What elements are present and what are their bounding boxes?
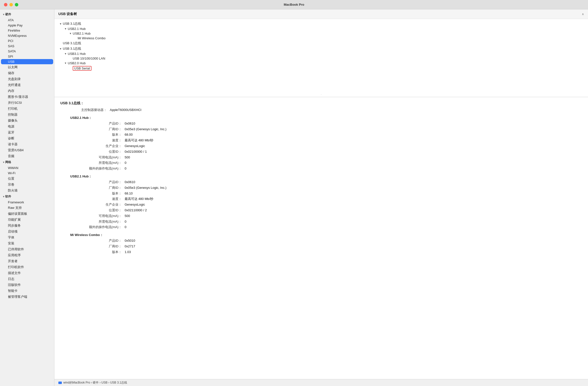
device1-product-id-row: 产品ID： 0x5010: [75, 238, 582, 243]
sidebar-item-parallel-scsi[interactable]: 并行SCSI: [1, 100, 53, 106]
sidebar-item-legacy-sw[interactable]: 旧版软件: [1, 282, 53, 288]
hub1-vendor-id-label: 厂商ID：: [75, 127, 125, 132]
chevron-down-icon: ▾: [3, 161, 4, 164]
tree-node-usb31-bus-1[interactable]: ▼ USB 3.1总线: [54, 21, 588, 26]
sidebar-item-controller[interactable]: 控制器: [1, 112, 53, 118]
hub1-avail-current-label: 可用电流(mA)：: [75, 155, 125, 160]
tree-node-usb20-hub[interactable]: ▼ USB2.0 Hub: [54, 61, 588, 65]
sidebar-item-bluetooth[interactable]: 蓝牙: [1, 129, 53, 135]
sidebar-item-applepay[interactable]: Apple Pay: [1, 23, 53, 28]
sidebar-item-startup[interactable]: 启动项: [1, 229, 53, 235]
sidebar-item-sata[interactable]: SATA: [1, 49, 53, 54]
bottom-pane[interactable]: USB 3.1总线： 主控制器驱动器： AppleT6000USBXHCI US…: [54, 97, 588, 379]
sidebar-section-software[interactable]: ▾ 软件: [0, 193, 54, 200]
hub2-vendor-id-row: 厂商ID： 0x05e3 (Genesys Logic, Inc.): [75, 185, 582, 191]
sidebar-item-thunderbolt[interactable]: 雷雳/USB4: [1, 147, 53, 153]
hub2-req-current-row: 所需电流(mA)： 0: [75, 219, 582, 224]
tree-node-usb21-hub-1[interactable]: ▼ USB2.1 Hub: [54, 26, 588, 31]
hub2-location-id-label: 位置ID：: [75, 208, 125, 213]
sidebar-item-install[interactable]: 安装: [1, 240, 53, 246]
sidebar-section-network[interactable]: ▾ 网络: [0, 159, 54, 165]
sidebar-item-sync[interactable]: 同步服务: [1, 223, 53, 229]
sidebar-item-usb[interactable]: USB: [1, 59, 53, 64]
hub2-product-id-label: 产品ID：: [75, 180, 125, 185]
sidebar-item-firewall[interactable]: 防火墙: [1, 188, 53, 193]
minimize-button[interactable]: [9, 3, 13, 6]
sidebar-item-location[interactable]: 位置: [1, 176, 53, 182]
hub1-speed-label: 速度：: [75, 138, 125, 143]
sidebar-item-optical[interactable]: 光盘刻录: [1, 76, 53, 82]
sidebar-item-volume[interactable]: 宗卷: [1, 182, 53, 188]
sidebar-item-developer[interactable]: 开发者: [1, 258, 53, 264]
hub1-manufacturer-row: 生产企业： GenesysLogic: [75, 144, 582, 149]
hub1-product-id-label: 产品ID：: [75, 121, 125, 126]
sidebar-item-spi[interactable]: SPI: [1, 54, 53, 59]
pane-title: USB 设备树: [58, 12, 77, 16]
controller-label: 主控制器驱动器：: [60, 107, 110, 113]
sidebar-item-memory[interactable]: 内存: [1, 88, 53, 94]
sidebar-item-fiber[interactable]: 光纤通道: [1, 82, 53, 88]
usb-tree[interactable]: ▼ USB 3.1总线 ▼ USB2.1 Hub ▼ USB2.1 Hub Mi…: [54, 19, 588, 92]
tree-node-usb31-bus-2[interactable]: USB 3.1总线: [54, 41, 588, 46]
sidebar-item-raw[interactable]: Raw 支持: [1, 205, 53, 211]
sidebar-item-fonts[interactable]: 字体: [1, 235, 53, 240]
device1-vendor-id-value: 0x2717: [125, 244, 135, 249]
tree-node-usb-serial[interactable]: USB Serial: [54, 65, 588, 71]
tree-node-usb31-hub[interactable]: ▼ USB3.1 Hub: [54, 51, 588, 56]
hub2-version-row: 版本： 68.10: [75, 191, 582, 196]
sidebar-item-power[interactable]: 电源: [1, 124, 53, 129]
hub2-req-current-value: 0: [125, 219, 126, 224]
sidebar-item-profiles[interactable]: 描述文件: [1, 270, 53, 276]
device1-title: Mi Wireless Combo：: [70, 233, 582, 237]
collapse-icon[interactable]: ∧: [582, 12, 584, 16]
hub2-avail-current-value: 500: [125, 214, 130, 219]
sidebar-item-disabled-sw[interactable]: 已停用软件: [1, 246, 53, 252]
tree-node-usb21-hub-2[interactable]: ▼ USB2.1 Hub: [54, 31, 588, 36]
sidebar-item-audio[interactable]: 音频: [1, 153, 53, 159]
maximize-button[interactable]: [15, 3, 18, 6]
sidebar-item-managed[interactable]: 被管理客户端: [1, 294, 53, 300]
sidebar-item-wifi[interactable]: Wi-Fi: [1, 171, 53, 176]
tree-node-usb31-bus-3[interactable]: ▼ USB 3.1总线: [54, 46, 588, 51]
sidebar-item-smartcard[interactable]: 智能卡: [1, 288, 53, 294]
sidebar-item-diagnostics[interactable]: 诊断: [1, 135, 53, 141]
sidebar-item-prefs-panel[interactable]: 偏好设置面板: [1, 211, 53, 217]
sidebar-item-pci[interactable]: PCI: [1, 38, 53, 43]
hub2-vendor-id-value: 0x05e3 (Genesys Logic, Inc.): [125, 185, 166, 191]
hub1-fields: 产品ID： 0x0610 厂商ID： 0x05e3 (Genesys Logic…: [75, 121, 582, 171]
device1-product-id-label: 产品ID：: [75, 238, 125, 243]
sidebar-item-sas[interactable]: SAS: [1, 43, 53, 49]
sidebar-section-hardware[interactable]: ▾ 硬件: [0, 11, 54, 18]
sidebar-item-framework[interactable]: Framework: [1, 200, 53, 205]
sidebar-item-camera[interactable]: 摄像头: [1, 118, 53, 124]
chevron-down-icon: ▼: [64, 62, 68, 64]
sidebar-item-nvmexpress[interactable]: NVMExpress: [1, 33, 53, 38]
tree-node-usb-lan[interactable]: USB 10/100/1000 LAN: [54, 56, 588, 61]
sidebar-item-cardreader[interactable]: 读卡器: [1, 141, 53, 147]
device1-section: Mi Wireless Combo： 产品ID： 0x5010 厂商ID： 0x…: [60, 233, 582, 255]
hub2-avail-current-label: 可用电流(mA)：: [75, 214, 125, 219]
hub1-extra-current-value: 0: [125, 166, 126, 171]
hub2-speed-row: 速度： 最高可达 480 Mb/秒: [75, 196, 582, 202]
sidebar-item-storage[interactable]: 储存: [1, 70, 53, 76]
sidebar-item-ethernet[interactable]: 以太网: [1, 64, 53, 70]
tree-node-mi-wireless[interactable]: Mi Wireless Combo: [54, 36, 588, 41]
sidebar-item-apps[interactable]: 应用程序: [1, 252, 53, 258]
sidebar-item-printer-sw[interactable]: 打印机软件: [1, 264, 53, 270]
hub2-version-label: 版本：: [75, 191, 125, 196]
sidebar-item-extensions[interactable]: 功能扩展: [1, 217, 53, 223]
chevron-down-icon: ▼: [59, 47, 63, 50]
sidebar-item-wwan[interactable]: WWAN: [1, 165, 53, 171]
sidebar-item-printer[interactable]: 打印机: [1, 106, 53, 112]
sidebar-item-firewire[interactable]: FireWire: [1, 28, 53, 33]
sidebar-item-graphics[interactable]: 图形卡/显示器: [1, 94, 53, 100]
hub1-product-id-row: 产品ID： 0x0610: [75, 121, 582, 126]
close-button[interactable]: [4, 3, 7, 6]
controller-value: AppleT6000USBXHCI: [110, 107, 141, 113]
hub1-location-id-label: 位置ID：: [75, 149, 125, 154]
chevron-down-icon: ▾: [3, 13, 4, 16]
sidebar-item-ata[interactable]: ATA: [1, 18, 53, 23]
device1-vendor-id-label: 厂商ID：: [75, 244, 125, 249]
hub1-version-value: 68.00: [125, 132, 133, 137]
sidebar-item-logs[interactable]: 日志: [1, 276, 53, 282]
